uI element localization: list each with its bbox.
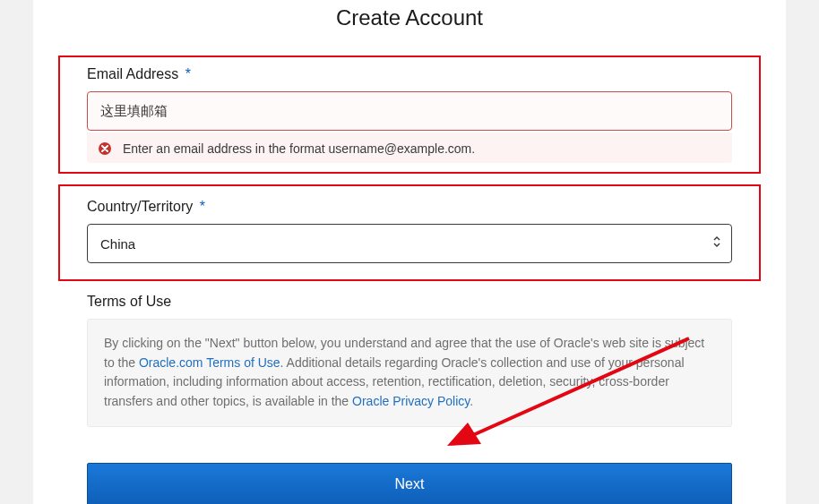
terms-heading: Terms of Use <box>87 294 732 310</box>
privacy-policy-link[interactable]: Oracle Privacy Policy <box>352 394 470 408</box>
email-input[interactable] <box>87 91 732 131</box>
country-label: Country/Territory * <box>87 199 732 215</box>
error-icon <box>98 141 112 156</box>
email-error-row: Enter an email address in the format use… <box>87 132 732 163</box>
email-error-text: Enter an email address in the format use… <box>123 141 475 156</box>
country-label-text: Country/Territory <box>87 199 193 214</box>
country-select[interactable]: China <box>87 224 732 263</box>
country-highlight-box: Country/Territory * China <box>58 184 761 281</box>
required-mark: * <box>200 199 205 214</box>
create-account-panel: Create Account Email Address * Enter an … <box>33 0 786 504</box>
email-label: Email Address * <box>87 66 732 82</box>
email-label-text: Email Address <box>87 66 178 81</box>
terms-of-use-link[interactable]: Oracle.com Terms of Use <box>139 355 280 370</box>
terms-text-post: . <box>470 394 473 408</box>
terms-box: By clicking on the "Next" button below, … <box>87 319 732 427</box>
email-highlight-box: Email Address * Enter an email address i… <box>58 56 761 174</box>
page-title: Create Account <box>33 0 786 56</box>
next-button[interactable]: Next <box>87 463 732 504</box>
required-mark: * <box>185 66 191 81</box>
